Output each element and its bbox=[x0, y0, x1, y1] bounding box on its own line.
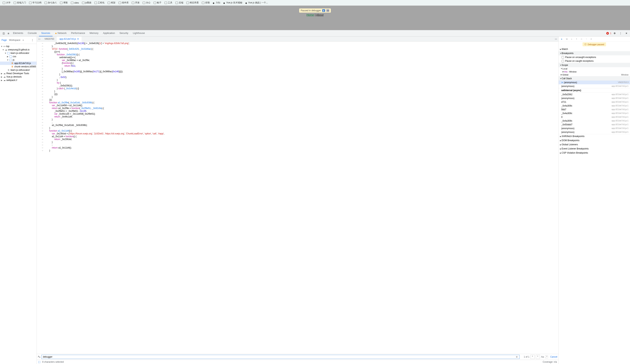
callstack-frame[interactable]: d721app.821de7c6.js:1 bbox=[558, 100, 630, 104]
panel-section-header[interactable]: ▶DOM Breakpoints bbox=[558, 138, 630, 142]
error-badge[interactable]: ● bbox=[606, 32, 609, 35]
nav-overflow[interactable]: » bbox=[22, 39, 24, 41]
nav-tab-page[interactable]: Page bbox=[2, 39, 7, 41]
panel-section-header[interactable]: ▶Event Listener Breakpoints bbox=[558, 147, 630, 151]
bookmark-item[interactable]: ◆力扣 bbox=[212, 1, 221, 5]
tree-folder[interactable]: ▶css bbox=[0, 55, 36, 58]
bp-caught-checkbox[interactable] bbox=[562, 60, 564, 62]
nav-more-icon[interactable]: ⋮ bbox=[30, 38, 35, 42]
callstack-frame[interactable]: _0x4a309capp.821de7c6.js:1 bbox=[558, 111, 630, 115]
tree-tool[interactable]: ▶☁React Developer Tools bbox=[0, 72, 36, 75]
search-regex-icon[interactable]: .* bbox=[545, 355, 548, 358]
code-body[interactable]: ––––––––––––––––––––––––––––––––––––––– … bbox=[37, 41, 558, 354]
breakpoints-header[interactable]: ▼Breakpoints bbox=[558, 51, 630, 55]
devtools-tab[interactable]: Memory bbox=[88, 30, 101, 36]
bookmark-item[interactable]: js高级 bbox=[81, 1, 93, 5]
callstack-frame[interactable]: (anonymous)app.821de7c6.js:1 bbox=[558, 130, 630, 134]
search-cancel-button[interactable]: Cancel bbox=[550, 356, 557, 358]
tree-tool[interactable]: ▶☁webpack:// bbox=[0, 78, 36, 82]
editor-more-icon[interactable]: ▭ bbox=[553, 36, 558, 41]
more-icon[interactable]: ⋮ bbox=[618, 31, 623, 36]
callstack-frame[interactable]: 0app.821de7c6.js:1 bbox=[558, 115, 630, 119]
tree-folder[interactable]: ▼learn-js-obfuscator bbox=[0, 51, 36, 55]
resume-icon[interactable]: ▸ bbox=[560, 37, 564, 41]
devtools-tab[interactable]: Performance bbox=[69, 30, 87, 36]
step-button[interactable]: ⤼ bbox=[326, 9, 329, 12]
bookmark-item[interactable]: 稍后再看 bbox=[185, 1, 200, 5]
devtools-tab[interactable]: ▲Network bbox=[52, 30, 69, 36]
callstack-header[interactable]: ▼Call Stack bbox=[558, 76, 630, 80]
watch-header[interactable]: ▶Watch bbox=[558, 47, 630, 51]
devtools-tab[interactable]: Lighthouse bbox=[130, 30, 147, 36]
bookmark-item[interactable]: ◆Vue.js 技术揭秘 bbox=[222, 1, 243, 5]
device-icon[interactable]: ⧈ bbox=[6, 31, 11, 36]
panel-section-header[interactable]: ▶XHR/fetch Breakpoints bbox=[558, 134, 630, 138]
tree-domain[interactable]: ▼☁oneyoung19.github.io bbox=[0, 48, 36, 51]
tree-top[interactable]: ▼▭top bbox=[0, 45, 36, 48]
bp-caught-row[interactable]: Pause on caught exceptions bbox=[558, 59, 630, 63]
tree-tool[interactable]: ▶☁Vue.js devtools bbox=[0, 75, 36, 78]
callstack-frame[interactable]: ➤(anonymous)VM20763:3 bbox=[558, 80, 630, 84]
bookmark-item[interactable]: 杂七杂八 bbox=[43, 1, 58, 5]
format-icon[interactable]: { } bbox=[38, 361, 40, 363]
nav-tab-workspace[interactable]: Workspace bbox=[9, 39, 20, 41]
bookmark-item[interactable]: 学习文档 bbox=[28, 1, 42, 5]
deactivate-bp-icon[interactable]: ⬞ bbox=[584, 37, 588, 41]
panel-section-header[interactable]: ▶Global Listeners bbox=[558, 142, 630, 147]
callstack-frame[interactable]: _0x5d2562app.821de7c6.js:1 bbox=[558, 93, 630, 96]
resume-button[interactable]: ▸ bbox=[322, 9, 325, 12]
code-content[interactable]: _0x483e20[_0x4c8c61(0x136)] = _0x5e61fb[… bbox=[44, 41, 558, 354]
step-over-icon[interactable]: ⤼ bbox=[565, 37, 568, 41]
step-out-icon[interactable]: ↑ bbox=[575, 37, 578, 41]
search-clear-icon[interactable]: ⊗ bbox=[516, 356, 518, 358]
scope-header[interactable]: ▼Scope bbox=[558, 63, 630, 67]
tree-file[interactable]: 🗎learn-js-obfuscator/ bbox=[0, 68, 36, 72]
bookmark-item[interactable]: 工程化 bbox=[93, 1, 106, 5]
editor-tab[interactable]: app.821de7c6.js✕ bbox=[57, 36, 82, 41]
tree-folder[interactable]: ▼js bbox=[0, 58, 36, 61]
devtools-tab[interactable]: Elements bbox=[11, 30, 26, 36]
bookmark-item[interactable]: sites bbox=[70, 1, 80, 4]
bookmark-item[interactable]: ◆Vue.js 挑战 | 一个... bbox=[244, 1, 269, 5]
callstack-frame[interactable]: _0x50ddd7app.821de7c6.js:1 bbox=[558, 123, 630, 126]
bookmark-item[interactable]: 后端 bbox=[174, 1, 184, 5]
settings-icon[interactable]: ⚙ bbox=[612, 31, 617, 36]
devtools-tab[interactable]: Console bbox=[26, 30, 39, 36]
tab-close-icon[interactable]: ✕ bbox=[77, 38, 79, 40]
callstack-frame[interactable]: 56d7app.821de7c6.js:1 bbox=[558, 108, 630, 111]
bp-uncaught-checkbox[interactable] bbox=[562, 56, 564, 58]
search-case-icon[interactable]: Aa bbox=[541, 356, 544, 358]
callstack-frame[interactable]: _0x4a309capp.821de7c6.js:1 bbox=[558, 119, 630, 123]
scope-this[interactable]: ▶this:Window bbox=[558, 70, 630, 73]
bookmark-item[interactable]: 组件库 bbox=[117, 1, 130, 5]
close-icon[interactable]: ✕ bbox=[624, 31, 629, 36]
bookmark-item[interactable]: 办公 bbox=[142, 1, 152, 5]
replace-toggle-icon[interactable]: AB bbox=[38, 355, 40, 358]
bookmark-item[interactable]: 排期 bbox=[201, 1, 211, 5]
callstack-frame[interactable]: (anonymous)app.821de7c6.js:1 bbox=[558, 84, 630, 88]
editor-tab[interactable]: VM20763 bbox=[42, 36, 57, 41]
tree-file[interactable]: 🗎chunk-vendors.b5565 bbox=[0, 65, 36, 68]
scope-global[interactable]: ▶GlobalWindow bbox=[558, 73, 630, 76]
callstack-frame[interactable]: (anonymous)app.821de7c6.js:1 bbox=[558, 126, 630, 130]
devtools-tab[interactable]: Application bbox=[101, 30, 117, 36]
devtools-tab[interactable]: Security bbox=[117, 30, 130, 36]
panel-section-header[interactable]: ▶CSP Violation Breakpoints bbox=[558, 151, 630, 155]
bookmark-item[interactable]: 框架 bbox=[106, 1, 116, 5]
step-icon[interactable]: → bbox=[580, 37, 583, 41]
search-next-button[interactable]: ˅ bbox=[536, 355, 540, 359]
toggle-nav-icon[interactable]: ▭ bbox=[37, 36, 42, 41]
error-count[interactable]: 1 bbox=[610, 32, 611, 35]
pause-exceptions-icon[interactable]: ⬞ bbox=[590, 37, 593, 41]
search-input[interactable] bbox=[42, 355, 520, 359]
tree-file[interactable]: 🗎app.821de7c6.js bbox=[0, 61, 36, 65]
bookmark-item[interactable]: 帖子 bbox=[152, 1, 162, 5]
callstack-frame[interactable]: _0x4a309capp.821de7c6.js:1 bbox=[558, 104, 630, 108]
inspect-icon[interactable]: ◫ bbox=[1, 31, 6, 36]
search-prev-button[interactable]: ˄ bbox=[530, 355, 535, 359]
bookmark-item[interactable]: 大学 bbox=[2, 1, 12, 5]
step-into-icon[interactable]: ↓ bbox=[570, 37, 573, 41]
bookmark-item[interactable]: 博客 bbox=[59, 1, 69, 5]
bookmark-item[interactable]: 前端入门 bbox=[12, 1, 27, 5]
callstack-frame[interactable]: (anonymous)app.821de7c6.js:1 bbox=[558, 96, 630, 100]
